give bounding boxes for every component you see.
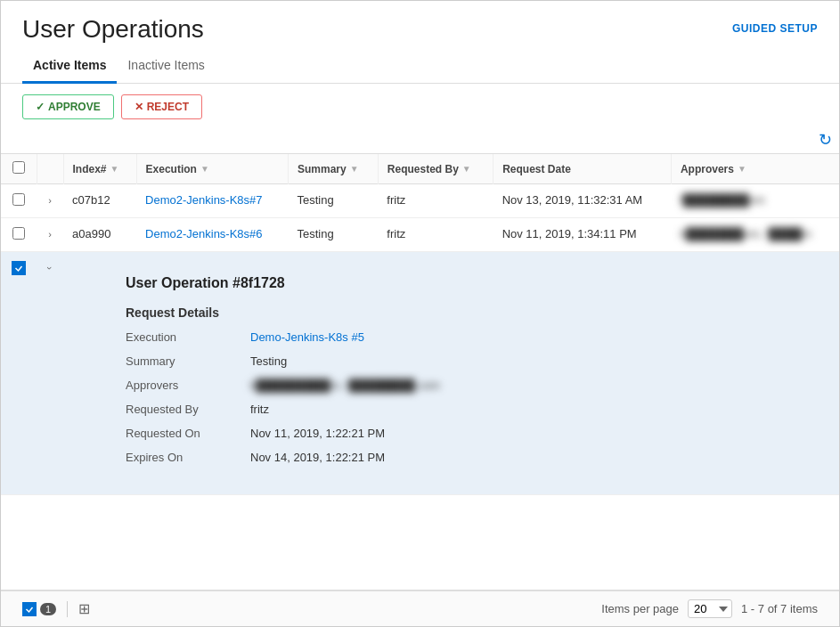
footer-divider — [67, 601, 68, 617]
row-approvers-1: k███████om, f████m — [671, 218, 839, 252]
row-checkbox-cell — [1, 218, 37, 252]
row-index-0: c07b12 — [63, 184, 136, 218]
detail-grid: Execution Demo-Jenkins-K8s #5 Summary Te… — [126, 330, 809, 464]
table-container: Index# ▼ Execution ▼ Summary ▼ — [1, 153, 839, 590]
operations-table: Index# ▼ Execution ▼ Summary ▼ — [1, 154, 839, 495]
row-summary-1: Testing — [289, 218, 379, 252]
header-request-date: Request Date — [493, 154, 672, 184]
detail-expires-on-row: Expires On Nov 14, 2019, 1:22:21 PM — [126, 451, 809, 464]
tab-active-items[interactable]: Active Items — [22, 51, 117, 84]
detail-execution-value: Demo-Jenkins-K8s #5 — [250, 330, 364, 344]
detail-content: User Operation #8f1728 Request Details E… — [72, 261, 830, 485]
detail-section-title: Request Details — [126, 305, 809, 320]
row-expand-0[interactable]: › — [37, 184, 63, 218]
detail-summary-value: Testing — [250, 354, 287, 368]
header-summary: Summary ▼ — [289, 154, 379, 184]
detail-expires-on-value: Nov 14, 2019, 1:22:21 PM — [250, 451, 385, 464]
header-execution: Execution ▼ — [136, 154, 288, 184]
execution-link-1[interactable]: Demo2-Jenkins-K8s#6 — [145, 227, 263, 240]
sort-icon-index[interactable]: ▼ — [110, 164, 119, 174]
refresh-icon[interactable]: ↻ — [819, 130, 832, 150]
guided-setup-link[interactable]: GUIDED SETUP — [732, 22, 818, 35]
checkmark-icon: ✓ — [36, 101, 45, 113]
footer-checkbox-area: 1 — [22, 602, 56, 616]
row-expand-1[interactable]: › — [37, 218, 63, 252]
row-index-1: a0a990 — [63, 218, 136, 252]
expanded-chevron-cell[interactable]: › — [37, 252, 63, 495]
table-row: › c07b12 Demo2-Jenkins-K8s#7 Testing fri… — [1, 184, 839, 218]
detail-expires-on-label: Expires On — [126, 451, 250, 464]
footer-checked-box[interactable] — [22, 602, 37, 616]
detail-summary-row: Summary Testing — [126, 354, 809, 368]
row-checkbox-0[interactable] — [12, 193, 25, 206]
footer-column-icon[interactable]: ⊞ — [78, 600, 90, 617]
row-request-date-0: Nov 13, 2019, 11:32:31 AM — [493, 184, 672, 218]
detail-approvers-label: Approvers — [126, 379, 250, 392]
approvers-blurred-0: f████████om — [680, 193, 764, 207]
checked-box-icon[interactable] — [12, 261, 26, 275]
detail-execution-link[interactable]: Demo-Jenkins-K8s #5 — [250, 330, 364, 344]
expanded-checkbox-cell — [1, 252, 37, 495]
reject-button[interactable]: ✕ REJECT — [121, 94, 202, 119]
approvers-blurred-1: k███████om, — [680, 227, 763, 240]
row-execution-0: Demo2-Jenkins-K8s#7 — [136, 184, 288, 218]
footer: 1 ⊞ Items per page 20 50 100 1 - 7 of 7 … — [1, 590, 839, 626]
x-icon: ✕ — [135, 101, 143, 113]
table-row: › a0a990 Demo2-Jenkins-K8s#6 Testing fri… — [1, 218, 839, 252]
detail-requested-on-row: Requested On Nov 11, 2019, 1:22:21 PM — [126, 427, 809, 440]
sort-icon-requested-by[interactable]: ▼ — [462, 164, 471, 174]
sort-icon-approvers[interactable]: ▼ — [738, 164, 746, 174]
header-requested-by: Requested By ▼ — [378, 154, 493, 184]
reject-label: REJECT — [147, 101, 189, 113]
header-expand — [37, 154, 63, 184]
per-page-select[interactable]: 20 50 100 — [688, 599, 732, 618]
header-checkbox-cell — [1, 154, 37, 184]
footer-right: Items per page 20 50 100 1 - 7 of 7 item… — [601, 599, 818, 618]
approve-label: APPROVE — [48, 101, 101, 113]
sort-icon-execution[interactable]: ▼ — [200, 164, 209, 174]
detail-requested-by-label: Requested By — [126, 403, 250, 416]
row-execution-1: Demo2-Jenkins-K8s#6 — [136, 218, 288, 252]
row-approvers-0: f████████om — [671, 184, 839, 218]
header-index: Index# ▼ — [63, 154, 136, 184]
row-checkbox-cell — [1, 184, 37, 218]
footer-left: 1 ⊞ — [22, 600, 90, 617]
detail-execution-row: Execution Demo-Jenkins-K8s #5 — [126, 330, 809, 344]
items-per-page-label: Items per page — [601, 602, 679, 615]
header-approvers: Approvers ▼ — [671, 154, 839, 184]
detail-approvers-row: Approvers k█████████m, f████████.com — [126, 379, 809, 392]
select-all-checkbox[interactable] — [12, 161, 25, 174]
approve-button[interactable]: ✓ APPROVE — [22, 94, 114, 119]
approvers-blurred-detail: k█████████m, f████████.com — [250, 379, 440, 392]
detail-execution-label: Execution — [126, 330, 250, 344]
pagination-info: 1 - 7 of 7 items — [741, 602, 818, 615]
row-summary-0: Testing — [289, 184, 379, 218]
row-checkbox-1[interactable] — [12, 227, 25, 240]
chevron-icon[interactable]: › — [48, 229, 52, 240]
row-request-date-1: Nov 11, 2019, 1:34:11 PM — [493, 218, 672, 252]
tab-inactive-items[interactable]: Inactive Items — [117, 51, 215, 84]
page-container: User Operations GUIDED SETUP Active Item… — [0, 0, 840, 627]
detail-requested-by-value: fritz — [250, 403, 269, 416]
expanded-detail-cell: User Operation #8f1728 Request Details E… — [63, 252, 839, 495]
approvers-blurred-1b: f████m — [766, 227, 811, 240]
table-row-expanded: › User Operation #8f1728 Request Details… — [1, 252, 839, 495]
row-requested-by-0: fritz — [378, 184, 493, 218]
detail-approvers-value: k█████████m, f████████.com — [250, 379, 440, 392]
detail-requested-on-label: Requested On — [126, 427, 250, 440]
actions-bar: ✓ APPROVE ✕ REJECT — [1, 84, 839, 130]
detail-requested-on-value: Nov 11, 2019, 1:22:21 PM — [250, 427, 385, 440]
tabs-bar: Active Items Inactive Items — [1, 51, 839, 84]
detail-requested-by-row: Requested By fritz — [126, 403, 809, 416]
chevron-icon[interactable]: › — [48, 195, 52, 206]
detail-title: User Operation #8f1728 — [126, 275, 809, 291]
row-requested-by-1: fritz — [378, 218, 493, 252]
header: User Operations GUIDED SETUP — [1, 1, 839, 44]
table-header-row: Index# ▼ Execution ▼ Summary ▼ — [1, 154, 839, 184]
execution-link-0[interactable]: Demo2-Jenkins-K8s#7 — [145, 193, 263, 207]
detail-summary-label: Summary — [126, 354, 250, 368]
page-title: User Operations — [22, 15, 204, 44]
chevron-down-icon[interactable]: › — [45, 266, 55, 270]
sort-icon-summary[interactable]: ▼ — [350, 164, 359, 174]
table-actions-bar: ↻ — [1, 130, 839, 153]
